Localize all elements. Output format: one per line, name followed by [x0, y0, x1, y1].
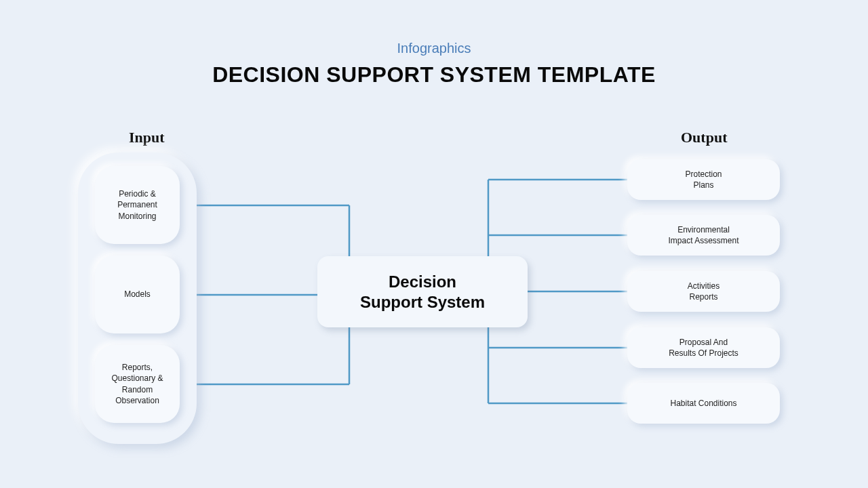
input-card-reports: Reports, Questionary & Random Observatio…: [95, 345, 180, 423]
output-section-label: Output: [681, 129, 727, 146]
output-card-protection: Protection Plans: [627, 159, 780, 200]
output-card-habitat: Habitat Conditions: [627, 383, 780, 424]
input-card-models: Models: [95, 256, 180, 333]
output-card-activities: Activities Reports: [627, 271, 780, 312]
page-title: DECISION SUPPORT SYSTEM TEMPLATE: [0, 62, 868, 87]
output-card-proposal: Proposal And Results Of Projects: [627, 327, 780, 368]
input-section-label: Input: [129, 129, 165, 146]
input-card-monitoring: Periodic & Permanent Monitoring: [95, 166, 180, 244]
output-card-environmental: Environmental Impact Assessment: [627, 215, 780, 256]
center-node: Decision Support System: [317, 256, 528, 327]
subtitle-text: Infographics: [0, 41, 868, 56]
